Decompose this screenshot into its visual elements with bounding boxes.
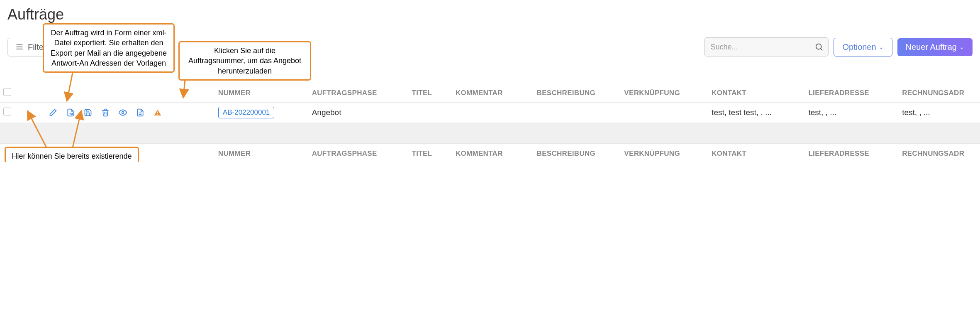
warning-icon[interactable] <box>154 108 162 117</box>
annotation-edit: Hier können Sie bereits existierende Auf… <box>5 147 139 162</box>
col-lieferadresse[interactable]: LIEFERADRESSE <box>805 84 899 103</box>
svg-line-16 <box>28 112 46 147</box>
eye-icon[interactable] <box>119 108 127 117</box>
col-nummer[interactable]: NUMMER <box>215 84 309 103</box>
options-label: Optionen <box>842 42 876 52</box>
col-kommentar[interactable]: KOMMENTAR <box>452 84 534 103</box>
table-row: PDF AB-202200001 Angebot test, test test… <box>0 103 980 123</box>
svg-point-6 <box>122 112 124 114</box>
col-verknuepfung[interactable]: VERKNÜPFUNG <box>621 84 708 103</box>
row-checkbox[interactable] <box>3 108 11 115</box>
search-input[interactable] <box>704 37 829 56</box>
page-title: Aufträge <box>0 0 980 27</box>
foot-beschreibung: BESCHREIBUNG <box>534 144 621 162</box>
empty-row <box>0 123 980 144</box>
orders-table: NUMMER AUFTRAGSPHASE TITEL KOMMENTAR BES… <box>0 84 980 162</box>
foot-kontakt: KONTAKT <box>708 144 805 162</box>
header-row: NUMMER AUFTRAGSPHASE TITEL KOMMENTAR BES… <box>0 84 980 103</box>
new-order-label: Neuer Auftrag <box>906 42 957 52</box>
arrow-edit-to-pencil <box>26 109 55 147</box>
annotation-export: Der Auftrag wird in Form einer xml-Datei… <box>43 23 175 73</box>
chevron-down-icon: ⌄ <box>879 44 884 50</box>
options-button[interactable]: Optionen ⌄ <box>834 38 892 56</box>
cell-verknuepfung <box>621 103 708 123</box>
foot-kommentar: KOMMENTAR <box>452 144 534 162</box>
foot-nummer: NUMMER <box>215 144 309 162</box>
col-kontakt[interactable]: KONTAKT <box>708 84 805 103</box>
search-icon <box>814 42 824 52</box>
foot-lieferadresse: LIEFERADRESSE <box>805 144 899 162</box>
col-titel[interactable]: TITEL <box>409 84 452 103</box>
cell-kontakt: test, test test, , ... <box>708 103 805 123</box>
foot-verknuepfung: VERKNÜPFUNG <box>621 144 708 162</box>
cell-beschreibung <box>534 103 621 123</box>
order-number-link[interactable]: AB-202200001 <box>218 107 274 118</box>
trash-icon[interactable] <box>101 108 110 117</box>
hamburger-icon <box>15 43 24 51</box>
foot-rechnungsadresse: RECHNUNGSADR <box>899 144 980 162</box>
svg-point-10 <box>157 114 158 115</box>
foot-phase: AUFTRAGSPHASE <box>309 144 409 162</box>
new-order-button[interactable]: Neuer Auftrag ⌄ <box>897 38 973 56</box>
row-actions: PDF <box>31 108 212 117</box>
col-rechnungsadresse[interactable]: RECHNUNGSADR <box>899 84 980 103</box>
annotation-number: Klicken Sie auf die Auftragsnummer, um d… <box>178 41 311 81</box>
document-icon[interactable] <box>136 108 144 117</box>
cell-lieferadresse: test, , ... <box>805 103 899 123</box>
select-all-checkbox[interactable] <box>3 88 11 96</box>
cell-phase: Angebot <box>309 103 409 123</box>
svg-line-18 <box>73 112 81 147</box>
cell-titel <box>409 103 452 123</box>
search-box <box>704 37 829 56</box>
svg-line-4 <box>821 49 823 50</box>
col-phase[interactable]: AUFTRAGSPHASE <box>309 84 409 103</box>
svg-point-3 <box>816 44 822 49</box>
cell-kommentar <box>452 103 534 123</box>
foot-titel: TITEL <box>409 144 452 162</box>
cell-rechnungsadresse: test, , ... <box>899 103 980 123</box>
col-beschreibung[interactable]: BESCHREIBUNG <box>534 84 621 103</box>
footer-row: NUMMER AUFTRAGSPHASE TITEL KOMMENTAR BES… <box>0 144 980 162</box>
arrow-edit-to-trash <box>71 109 87 147</box>
chevron-down-icon: ⌄ <box>959 44 964 50</box>
